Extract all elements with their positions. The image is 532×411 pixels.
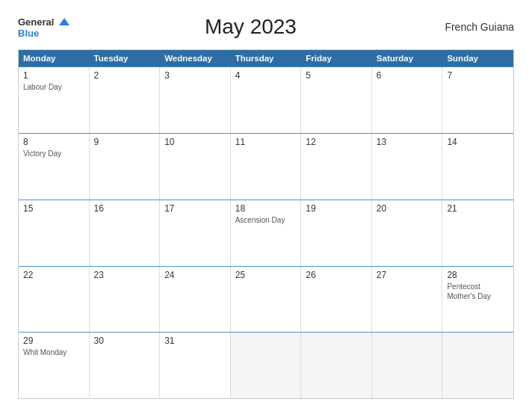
header-wednesday: Wednesday	[160, 50, 231, 67]
cell-may-30: 30	[90, 333, 161, 398]
cell-may-25: 25	[231, 267, 302, 333]
cell-may-3: 3	[160, 67, 231, 133]
cell-may-6: 6	[372, 67, 443, 133]
cell-may-12: 12	[301, 134, 372, 200]
logo: General Blue	[18, 15, 69, 39]
cell-may-27: 27	[372, 267, 443, 333]
cell-may-31: 31	[160, 333, 231, 398]
week-2: 8 Victory Day 9 10 11 12 13 14	[19, 133, 513, 200]
cell-may-11: 11	[231, 134, 302, 200]
header-monday: Monday	[19, 50, 90, 67]
cell-may-28: 28 Pentecost Mother's Day	[442, 267, 513, 333]
header-thursday: Thursday	[231, 50, 302, 67]
calendar-body: 1 Labour Day 2 3 4 5 6 7 8 Victory Day 9…	[19, 67, 513, 398]
header-tuesday: Tuesday	[90, 50, 161, 67]
region-label: French Guiana	[432, 21, 514, 33]
cell-empty-4	[442, 333, 513, 398]
cell-may-18: 18 Ascension Day	[231, 200, 302, 266]
cell-may-2: 2	[90, 67, 161, 133]
week-1: 1 Labour Day 2 3 4 5 6 7	[19, 67, 513, 133]
logo-top: General	[18, 15, 69, 28]
cell-may-24: 24	[160, 267, 231, 333]
header-friday: Friday	[301, 50, 372, 67]
cell-may-20: 20	[372, 200, 443, 266]
cell-may-13: 13	[372, 134, 443, 200]
header: General Blue May 2023 French Guiana	[18, 15, 514, 39]
cell-may-19: 19	[301, 200, 372, 266]
week-4: 22 23 24 25 26 27 28 Pentecost Mother's …	[19, 266, 513, 333]
cell-empty-3	[372, 333, 443, 398]
cell-empty-1	[231, 333, 302, 398]
cell-may-23: 23	[90, 267, 161, 333]
cell-may-21: 21	[442, 200, 513, 266]
page: General Blue May 2023 French Guiana Mond…	[0, 0, 532, 411]
logo-triangle-icon	[59, 18, 69, 25]
cell-may-5: 5	[301, 67, 372, 133]
cell-may-15: 15	[19, 200, 90, 266]
cell-may-16: 16	[90, 200, 161, 266]
week-5: 29 Whit Monday 30 31	[19, 332, 513, 398]
cell-may-7: 7	[442, 67, 513, 133]
cell-may-8: 8 Victory Day	[19, 134, 90, 200]
cell-empty-2	[301, 333, 372, 398]
calendar: Monday Tuesday Wednesday Thursday Friday…	[18, 49, 514, 399]
week-3: 15 16 17 18 Ascension Day 19 20 21	[19, 200, 513, 266]
cell-may-4: 4	[231, 67, 302, 133]
calendar-header-row: Monday Tuesday Wednesday Thursday Friday…	[19, 50, 513, 67]
cell-may-10: 10	[160, 134, 231, 200]
header-saturday: Saturday	[372, 50, 443, 67]
cell-may-29: 29 Whit Monday	[19, 333, 90, 398]
header-sunday: Sunday	[442, 50, 513, 67]
calendar-title: May 2023	[69, 15, 432, 39]
cell-may-22: 22	[19, 267, 90, 333]
cell-may-26: 26	[301, 267, 372, 333]
cell-may-9: 9	[90, 134, 161, 200]
logo-blue-text: Blue	[18, 28, 39, 39]
cell-may-14: 14	[442, 134, 513, 200]
cell-may-17: 17	[160, 200, 231, 266]
logo-general-text: General	[18, 16, 54, 28]
cell-may-1: 1 Labour Day	[19, 67, 90, 133]
